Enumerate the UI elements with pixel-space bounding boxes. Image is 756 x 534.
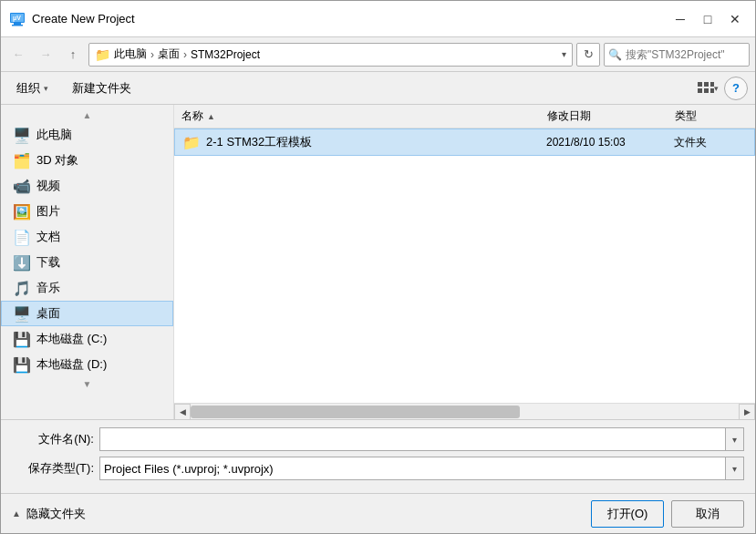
horizontal-scrollbar[interactable]: ◀ ▶ <box>174 403 755 419</box>
sidebar-item-music[interactable]: 🎵 音乐 <box>1 275 173 301</box>
documents-icon: 📄 <box>13 229 31 246</box>
col-name-label: 名称 <box>181 108 203 124</box>
title-bar-controls: ─ □ ✕ <box>668 6 748 32</box>
hscroll-thumb[interactable] <box>191 406 520 418</box>
refresh-button[interactable]: ↻ <box>576 43 600 67</box>
file-table-header: 名称 ▲ 修改日期 类型 <box>174 105 755 128</box>
local-c-icon: 💾 <box>13 331 31 348</box>
breadcrumb-sep-0: › <box>150 48 154 61</box>
file-name: 2-1 STM32工程模板 <box>206 134 546 150</box>
breadcrumb-dropdown-arrow[interactable]: ▾ <box>562 49 566 59</box>
col-date-header[interactable]: 修改日期 <box>547 108 675 124</box>
title-bar: μV Create New Project ─ □ ✕ <box>1 1 755 37</box>
file-area: 名称 ▲ 修改日期 类型 📁 2-1 STM32工程模板 2021/8/10 1… <box>174 105 755 419</box>
filetype-select-wrapper: Project Files (*.uvproj; *.uvprojx) ▾ <box>99 457 744 480</box>
sidebar: ▲ 🖥️ 此电脑 🗂️ 3D 对象 📹 视频 🖼️ 图片 📄 文档 <box>1 105 174 419</box>
sidebar-item-local-c[interactable]: 💾 本地磁盘 (C:) <box>1 326 173 352</box>
search-icon: 🔍 <box>608 48 622 61</box>
help-label: ? <box>732 81 740 95</box>
app-icon: μV <box>8 10 26 28</box>
filename-input[interactable] <box>99 427 726 451</box>
svg-rect-1 <box>14 23 21 25</box>
action-bar-right: ▾ ? <box>695 77 748 100</box>
filename-label: 文件名(N): <box>12 431 94 447</box>
filetype-label: 保存类型(T): <box>12 460 94 477</box>
sidebar-label-pictures: 图片 <box>36 203 60 220</box>
up-button[interactable]: ↑ <box>61 43 85 67</box>
help-button[interactable]: ? <box>724 77 748 100</box>
sidebar-item-pictures[interactable]: 🖼️ 图片 <box>1 199 173 224</box>
search-input[interactable] <box>626 48 745 61</box>
sidebar-label-desktop: 桌面 <box>36 305 60 322</box>
col-type-label: 类型 <box>675 109 697 122</box>
close-button[interactable]: ✕ <box>722 6 748 32</box>
filetype-dropdown-button[interactable]: ▾ <box>726 457 744 480</box>
breadcrumb-sep-1: › <box>183 48 187 61</box>
sidebar-label-3d: 3D 对象 <box>36 152 78 169</box>
sidebar-scroll-up[interactable]: ▲ <box>1 108 173 122</box>
svg-rect-6 <box>704 82 709 87</box>
open-button[interactable]: 打开(O) <box>591 500 664 528</box>
file-date: 2021/8/10 15:03 <box>546 136 674 149</box>
new-folder-button[interactable]: 新建文件夹 <box>64 77 140 100</box>
footer: ▲ 隐藏文件夹 打开(O) 取消 <box>1 493 755 533</box>
local-d-icon: 💾 <box>13 356 31 374</box>
svg-rect-9 <box>704 88 709 93</box>
sidebar-item-downloads[interactable]: ⬇️ 下载 <box>1 250 173 275</box>
svg-rect-8 <box>698 88 702 93</box>
sidebar-label-videos: 视频 <box>36 178 60 194</box>
sidebar-scroll-down[interactable]: ▼ <box>1 377 173 391</box>
filename-dropdown-button[interactable]: ▾ <box>726 427 744 451</box>
action-bar: 组织 ▾ 新建文件夹 ▾ ? <box>1 72 755 105</box>
back-button[interactable]: ← <box>6 43 30 67</box>
sidebar-label-computer: 此电脑 <box>36 127 72 143</box>
3d-icon: 🗂️ <box>13 152 31 169</box>
scroll-up-icon: ▲ <box>83 110 92 120</box>
breadcrumb-folder-icon: 📁 <box>95 47 110 62</box>
filename-row: 文件名(N): ▾ <box>12 427 744 451</box>
view-dropdown-icon: ▾ <box>714 84 719 93</box>
sort-arrow-icon: ▲ <box>207 112 215 121</box>
sidebar-item-desktop[interactable]: 🖥️ 桌面 <box>1 301 173 326</box>
filetype-display: Project Files (*.uvproj; *.uvprojx) <box>99 457 726 480</box>
filename-input-wrapper: ▾ <box>99 427 744 451</box>
pictures-icon: 🖼️ <box>13 203 31 221</box>
sidebar-item-documents[interactable]: 📄 文档 <box>1 224 173 250</box>
sidebar-item-3d[interactable]: 🗂️ 3D 对象 <box>1 148 173 173</box>
breadcrumb-part-2: STM32Project <box>191 48 260 61</box>
view-button[interactable]: ▾ <box>695 77 720 100</box>
nav-bar: ← → ↑ 📁 此电脑 › 桌面 › STM32Project ▾ ↻ 🔍 <box>1 37 755 72</box>
search-bar[interactable]: 🔍 <box>604 43 750 67</box>
breadcrumb-part-1: 桌面 <box>158 46 180 62</box>
cancel-button-label: 取消 <box>696 506 720 522</box>
organize-dropdown-icon: ▾ <box>44 84 48 93</box>
filetype-row: 保存类型(T): Project Files (*.uvproj; *.uvpr… <box>12 457 744 480</box>
sidebar-label-local-d: 本地磁盘 (D:) <box>36 356 107 373</box>
bottom-form: 文件名(N): ▾ 保存类型(T): Project Files (*.uvpr… <box>1 419 755 493</box>
organize-label: 组织 <box>16 80 40 97</box>
maximize-button[interactable]: □ <box>695 6 720 32</box>
sidebar-item-local-d[interactable]: 💾 本地磁盘 (D:) <box>1 352 173 377</box>
videos-icon: 📹 <box>13 178 31 195</box>
sidebar-item-computer[interactable]: 🖥️ 此电脑 <box>1 122 173 148</box>
col-type-header[interactable]: 类型 <box>675 108 748 124</box>
music-icon: 🎵 <box>13 280 31 297</box>
sidebar-item-videos[interactable]: 📹 视频 <box>1 173 173 199</box>
minimize-button[interactable]: ─ <box>668 6 693 32</box>
file-list[interactable]: 📁 2-1 STM32工程模板 2021/8/10 15:03 文件夹 <box>174 128 755 403</box>
breadcrumb[interactable]: 📁 此电脑 › 桌面 › STM32Project ▾ <box>88 43 573 67</box>
forward-button[interactable]: → <box>34 43 57 67</box>
hscroll-track[interactable] <box>191 404 739 420</box>
table-row[interactable]: 📁 2-1 STM32工程模板 2021/8/10 15:03 文件夹 <box>174 128 755 156</box>
footer-right: 打开(O) 取消 <box>591 500 744 528</box>
col-name-header[interactable]: 名称 ▲ <box>181 108 547 124</box>
organize-button[interactable]: 组织 ▾ <box>8 77 57 100</box>
hscroll-left-button[interactable]: ◀ <box>174 404 191 420</box>
view-icon <box>698 82 714 95</box>
hide-folders-label: 隐藏文件夹 <box>26 506 86 522</box>
computer-icon: 🖥️ <box>13 127 31 144</box>
hscroll-right-button[interactable]: ▶ <box>739 404 755 420</box>
sidebar-label-music: 音乐 <box>36 280 60 296</box>
footer-left: ▲ 隐藏文件夹 <box>12 506 591 522</box>
cancel-button[interactable]: 取消 <box>671 500 744 528</box>
